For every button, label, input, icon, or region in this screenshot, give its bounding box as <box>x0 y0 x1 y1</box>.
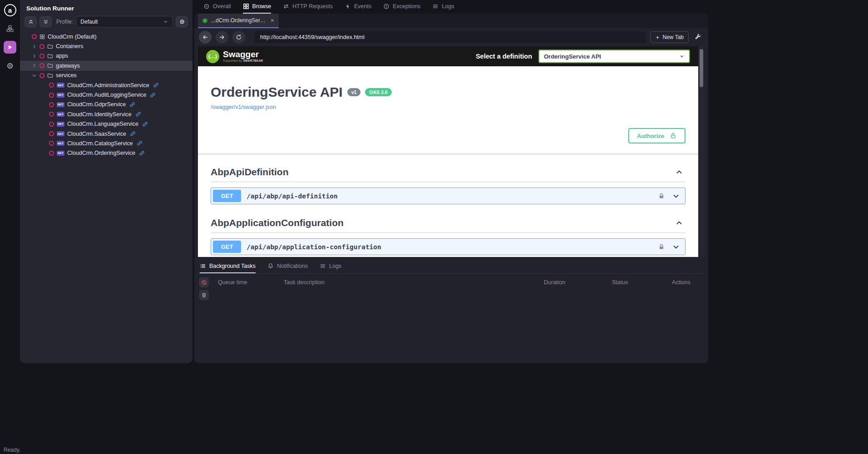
tab-overall[interactable]: Overall <box>203 0 231 14</box>
dotnet-badge: NET <box>57 93 64 98</box>
tab-http-requests[interactable]: HTTP Requests <box>283 0 333 14</box>
tab-logs[interactable]: Logs <box>432 0 454 14</box>
chevron-up-icon[interactable] <box>676 219 683 227</box>
profile-settings-button[interactable] <box>176 16 188 27</box>
authorize-label: Authorize <box>637 133 664 139</box>
tree-item-catalog-service[interactable]: NET CloudCrm.CatalogService <box>20 138 192 148</box>
settings-gear-icon[interactable] <box>4 59 16 72</box>
link-icon <box>135 111 141 117</box>
forward-button[interactable] <box>216 31 228 44</box>
version-badge: v1 <box>347 88 361 96</box>
chevron-down-icon[interactable] <box>672 192 680 200</box>
dotnet-badge: NET <box>57 131 64 136</box>
tab-events[interactable]: Events <box>345 0 371 14</box>
operation-get-api-definition[interactable]: GET /api/abp/api-definition <box>211 188 686 204</box>
bell-icon <box>267 263 274 269</box>
tab-label: HTTP Requests <box>292 3 333 10</box>
clear-tasks-button[interactable] <box>199 290 209 300</box>
new-tab-button[interactable]: New Tab <box>650 31 689 43</box>
browser-toolbar: http://localhost:44359/swagger/index.htm… <box>198 28 705 46</box>
back-button[interactable] <box>199 31 212 44</box>
solution-grid-icon <box>39 34 45 39</box>
tab-bottom-logs[interactable]: Logs <box>320 260 341 273</box>
tree-item-ordering-service[interactable]: NET CloudCrm.OrderingService <box>20 148 192 158</box>
exclamation-circle-icon <box>383 3 390 10</box>
column-status: Status <box>612 279 672 300</box>
abp-studio-logo: a <box>4 4 16 16</box>
section-header[interactable]: AbpApplicationConfiguration <box>211 213 686 233</box>
tab-label: Background Tasks <box>209 263 256 269</box>
chevron-down-icon[interactable] <box>32 73 37 78</box>
chevron-right-icon[interactable] <box>32 54 37 59</box>
link-icon <box>129 102 135 108</box>
swagger-logo-icon: {…} <box>206 50 219 63</box>
expand-all-button[interactable] <box>39 16 52 27</box>
tab-label: Logs <box>329 263 341 269</box>
tree-item-gateways[interactable]: gateways <box>20 61 192 70</box>
browser-tab-title: ...dCrm.OrderingService <box>211 17 267 24</box>
address-bar[interactable]: http://localhost:44359/swagger/index.htm… <box>255 31 646 43</box>
section-header[interactable]: AbpApiDefinition <box>211 163 686 182</box>
tab-exceptions[interactable]: Exceptions <box>383 0 420 14</box>
tree-item-administration-service[interactable]: NET CloudCrm.AdministrationService <box>20 80 192 90</box>
overall-donut-icon <box>203 3 210 10</box>
chevron-down-icon[interactable] <box>672 243 680 251</box>
project-status-icon <box>49 102 54 107</box>
solution-explorer-icon[interactable] <box>4 22 16 35</box>
column-duration: Duration <box>544 279 612 300</box>
collapse-all-button[interactable] <box>25 16 37 27</box>
tab-label: Overall <box>213 3 231 10</box>
link-icon <box>139 150 145 156</box>
project-status-icon <box>39 63 44 68</box>
solution-runner-icon[interactable] <box>4 41 16 54</box>
wrench-icon[interactable] <box>693 34 704 41</box>
link-icon <box>137 140 143 146</box>
app-running-icon <box>202 18 207 23</box>
tree-item-label: gateways <box>56 63 80 69</box>
tree-item-auditlogging-service[interactable]: NET CloudCrm.AuditLoggingService <box>20 90 192 99</box>
tab-label: Browse <box>252 3 271 10</box>
column-actions: Actions <box>672 279 698 300</box>
link-icon <box>153 82 159 88</box>
tree-item-containers[interactable]: Containers <box>20 41 192 51</box>
link-icon <box>130 131 136 137</box>
tree-item-identity-service[interactable]: NET CloudCrm.IdentityService <box>20 109 192 119</box>
tree-item-saas-service[interactable]: NET CloudCrm.SaasService <box>20 129 192 138</box>
panel-title: Solution Runner <box>20 0 192 15</box>
tree-item-gdpr-service[interactable]: NET CloudCrm.GdprService <box>20 100 192 109</box>
authorize-button[interactable]: Authorize <box>628 128 686 143</box>
http-arrows-icon <box>283 3 289 10</box>
chevron-right-icon[interactable] <box>32 63 37 68</box>
tree-item-label: CloudCrm.OrderingService <box>67 150 135 156</box>
browse-grid-icon <box>243 3 249 10</box>
definition-select[interactable]: OrderingService API <box>538 49 690 63</box>
lock-icon[interactable] <box>658 243 665 251</box>
tree-item-label: CloudCrm.IdentityService <box>67 111 132 118</box>
scrollbar-thumb[interactable] <box>700 49 703 87</box>
tree-item-solution[interactable]: CloudCrm (Default) <box>20 32 192 41</box>
tree-item-services[interactable]: services <box>20 71 192 80</box>
lock-icon[interactable] <box>658 192 665 200</box>
close-icon[interactable]: × <box>271 17 274 24</box>
api-title: OrderingService API <box>211 84 343 100</box>
browser-tab-orderingservice[interactable]: ...dCrm.OrderingService × <box>198 14 279 28</box>
tab-browse[interactable]: Browse <box>243 0 271 14</box>
chevron-up-icon[interactable] <box>676 168 683 176</box>
dotnet-badge: NET <box>57 112 64 117</box>
tab-background-tasks[interactable]: Background Tasks <box>200 260 256 273</box>
tree-item-label: CloudCrm.AdministrationService <box>67 82 149 89</box>
tree-item-apps[interactable]: apps <box>20 51 192 61</box>
link-icon <box>150 92 156 98</box>
chevron-right-icon[interactable] <box>32 44 37 49</box>
profile-select[interactable]: Default <box>76 16 173 28</box>
http-method-badge: GET <box>213 190 241 202</box>
tab-notifications[interactable]: Notifications <box>267 260 308 273</box>
operation-get-application-configuration[interactable]: GET /api/abp/application-configuration <box>211 238 686 255</box>
spec-json-link[interactable]: /swagger/v1/swagger.json <box>211 104 276 110</box>
page-scrollbar[interactable] <box>698 46 705 257</box>
solution-tree: CloudCrm (Default) Containers apps gatew… <box>20 32 192 158</box>
cancel-tasks-button[interactable] <box>199 277 209 287</box>
tree-item-language-service[interactable]: NET CloudCrm.LanguageService <box>20 119 192 129</box>
refresh-button[interactable] <box>232 31 245 44</box>
project-status-icon <box>49 112 54 117</box>
